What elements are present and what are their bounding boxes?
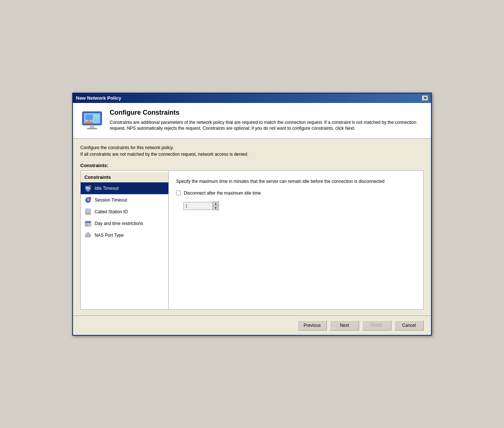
svg-text:!: !	[90, 198, 90, 199]
svg-rect-4	[85, 115, 93, 120]
svg-rect-27	[86, 221, 87, 222]
svg-rect-14	[87, 190, 89, 191]
svg-rect-26	[85, 221, 91, 223]
header-description: Constraints are additional parameters of…	[110, 119, 424, 132]
spinner-down-button[interactable]: ▼	[213, 206, 219, 210]
constraints-container: Constraints ! Idle	[80, 170, 424, 310]
called-station-id-icon	[84, 208, 92, 215]
description-line2: If all constraints are not matched by th…	[80, 151, 424, 158]
svg-point-35	[86, 235, 87, 236]
sidebar-item-idle-timeout-label: Idle Timeout	[95, 186, 118, 191]
day-time-icon	[84, 220, 92, 227]
svg-point-37	[89, 235, 90, 236]
sidebar: Constraints ! Idle	[81, 171, 169, 309]
sidebar-item-day-time-restrictions[interactable]: Day and time restrictions	[81, 218, 168, 229]
spinner-row: ▲ ▼	[183, 202, 416, 210]
page-title: Configure Constraints	[110, 109, 424, 117]
sidebar-item-nas-port-type[interactable]: NAS Port Type	[81, 229, 168, 241]
previous-button[interactable]: Previous	[297, 320, 327, 331]
svg-rect-33	[87, 225, 88, 226]
header-text: Configure Constraints Constraints are ad…	[110, 109, 424, 132]
svg-rect-22	[86, 210, 90, 213]
sidebar-item-session-timeout-label: Session Timeout	[95, 198, 127, 203]
sidebar-item-called-station-id[interactable]: Called Station ID	[81, 206, 168, 218]
svg-rect-29	[86, 224, 87, 224]
finish-button[interactable]: Finish	[362, 320, 391, 331]
svg-rect-28	[89, 221, 90, 222]
sidebar-item-nas-port-type-label: NAS Port Type	[95, 233, 124, 238]
sidebar-item-day-time-label: Day and time restrictions	[95, 221, 143, 226]
close-button[interactable]: ✕	[422, 96, 428, 101]
window-title: New Network Policy	[76, 95, 121, 101]
svg-point-36	[88, 235, 89, 236]
sidebar-item-called-station-id-label: Called Station ID	[95, 209, 128, 214]
svg-text:!: !	[90, 185, 90, 187]
svg-point-38	[87, 233, 87, 233]
spinner-up-button[interactable]: ▲	[213, 202, 219, 206]
panel-description: Specify the maximum time in minutes that…	[176, 178, 416, 185]
sidebar-item-idle-timeout[interactable]: ! Idle Timeout	[81, 182, 168, 194]
main-panel: Specify the maximum time in minutes that…	[169, 171, 423, 309]
disconnect-label: Disconnect after the maximum idle time	[184, 191, 261, 196]
svg-point-40	[89, 233, 90, 233]
svg-rect-3	[87, 128, 97, 129]
svg-rect-23	[86, 213, 88, 214]
svg-rect-30	[87, 224, 88, 224]
title-bar: New Network Policy ✕	[73, 93, 431, 103]
svg-point-39	[88, 232, 88, 233]
nas-port-type-icon	[84, 232, 92, 239]
spinner-buttons: ▲ ▼	[213, 202, 219, 210]
constraints-label: Constraints:	[80, 163, 424, 168]
svg-rect-24	[88, 213, 90, 214]
sidebar-item-session-timeout[interactable]: ! Session Timeout	[81, 194, 168, 206]
description-line1: Configure the constraints for this netwo…	[80, 144, 424, 151]
disconnect-checkbox[interactable]	[176, 191, 181, 195]
svg-rect-15	[86, 191, 90, 191]
sidebar-header: Constraints	[81, 172, 168, 182]
idle-time-input[interactable]	[183, 202, 213, 210]
svg-rect-32	[86, 225, 87, 226]
svg-rect-31	[89, 224, 90, 224]
description-block: Configure the constraints for this netwo…	[80, 144, 424, 158]
svg-rect-5	[94, 115, 99, 117]
footer: Previous Next Finish Cancel	[73, 316, 431, 335]
svg-rect-6	[94, 118, 99, 119]
svg-rect-2	[90, 125, 94, 128]
checkbox-row: Disconnect after the maximum idle time	[176, 191, 416, 196]
content-area: Configure the constraints for this netwo…	[73, 139, 431, 316]
header-section: Configure Constraints Constraints are ad…	[73, 103, 431, 139]
session-timeout-icon: !	[84, 196, 92, 204]
svg-point-10	[91, 122, 93, 124]
idle-timeout-icon: !	[84, 185, 92, 192]
next-button[interactable]: Next	[330, 320, 359, 331]
svg-point-9	[85, 122, 87, 124]
header-icon	[80, 109, 104, 132]
main-window: New Network Policy ✕	[72, 93, 432, 336]
cancel-button[interactable]: Cancel	[394, 320, 424, 331]
